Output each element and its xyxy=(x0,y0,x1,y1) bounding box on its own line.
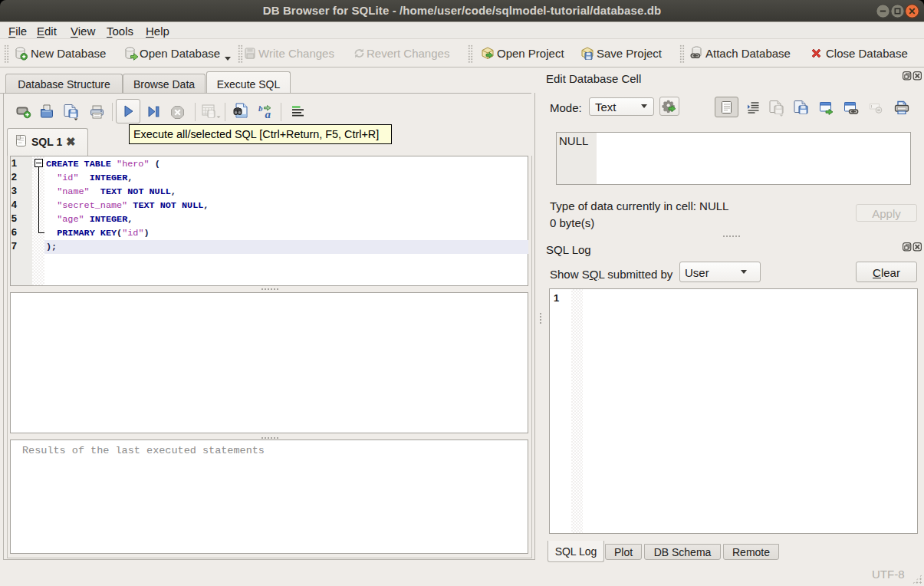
svg-text:b: b xyxy=(258,104,263,113)
svg-text:a: a xyxy=(265,108,271,120)
